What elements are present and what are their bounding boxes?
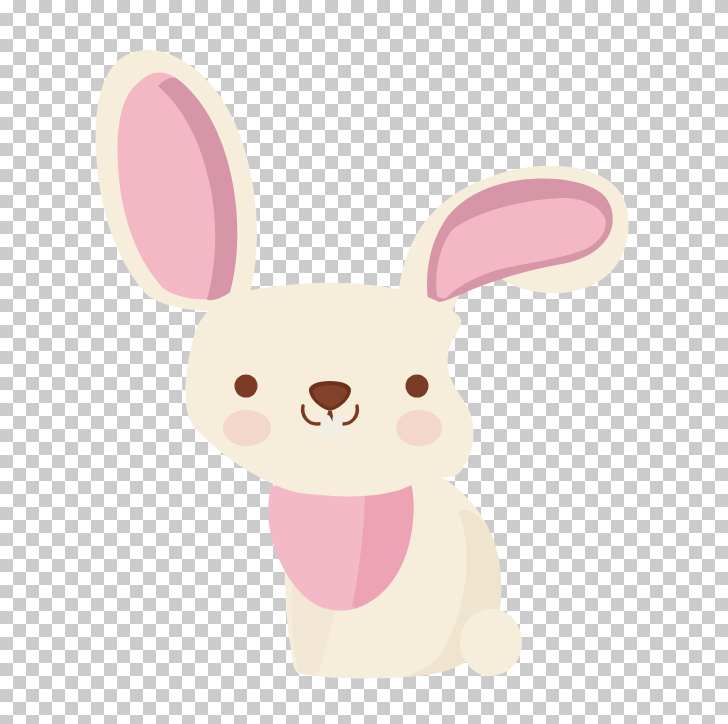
tooth-right	[333, 415, 343, 437]
eye-left	[235, 375, 258, 398]
tooth-left	[321, 415, 331, 437]
blush-left	[223, 410, 271, 446]
eye-right	[406, 375, 429, 398]
blush-right	[396, 410, 442, 446]
image-canvas	[0, 0, 728, 724]
rabbit-illustration	[0, 0, 728, 724]
hind-foot	[460, 609, 522, 676]
